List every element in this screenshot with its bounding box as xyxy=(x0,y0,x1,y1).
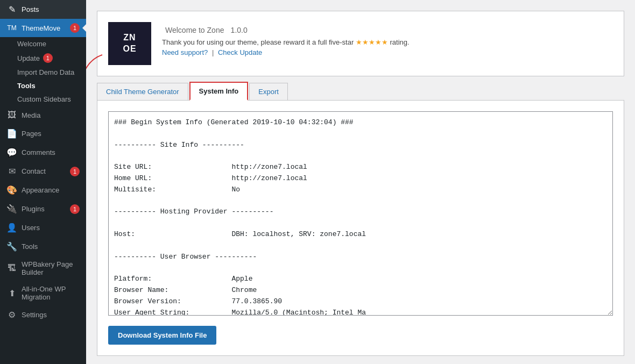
sidebar-item-allinone-label: All-in-One WP Migration xyxy=(22,285,80,301)
sidebar-item-media-label: Media xyxy=(22,111,40,119)
sidebar-item-plugins[interactable]: 🔌 Plugins 1 xyxy=(0,199,86,218)
sidebar-item-pages[interactable]: 📄 Pages xyxy=(0,124,86,143)
thememove-badge: 1 xyxy=(70,23,80,33)
sidebar-item-comments-label: Comments xyxy=(22,148,55,156)
sidebar: ✎ Posts TM ThemeMove 1 Welcome Update 1 … xyxy=(0,0,86,364)
sidebar-item-contact-label: Contact xyxy=(22,167,46,175)
sidebar-item-plugins-label: Plugins xyxy=(22,205,45,213)
update-badge: 1 xyxy=(43,53,53,63)
sidebar-item-posts-label: Posts xyxy=(22,5,39,13)
sidebar-item-wpbakery-label: WPBakery Page Builder xyxy=(22,260,80,276)
contact-icon: ✉ xyxy=(6,166,17,176)
system-info-textarea[interactable] xyxy=(108,111,613,316)
media-icon: 🖼 xyxy=(6,110,17,120)
sidebar-item-appearance[interactable]: 🎨 Appearance xyxy=(0,181,86,199)
plugins-icon: 🔌 xyxy=(6,204,17,214)
main-content: ZN OE Welcome to Zone 1.0.0 Thank you fo… xyxy=(86,0,635,364)
sidebar-item-comments[interactable]: 💬 Comments xyxy=(0,143,86,162)
sidebar-item-wpbakery[interactable]: 🏗 WPBakery Page Builder xyxy=(0,256,86,281)
tools-icon: 🔧 xyxy=(6,241,17,252)
wpbakery-icon: 🏗 xyxy=(6,263,17,273)
sidebar-item-appearance-label: Appearance xyxy=(22,186,59,194)
sidebar-item-allinone[interactable]: ⬆ All-in-One WP Migration xyxy=(0,281,86,305)
star-rating: ★★★★★ xyxy=(356,38,388,46)
sidebar-item-tools-label: Tools xyxy=(22,242,38,251)
sidebar-item-thememove[interactable]: TM ThemeMove 1 xyxy=(0,19,86,37)
settings-icon: ⚙ xyxy=(6,310,17,320)
contact-badge: 1 xyxy=(70,167,80,176)
version-label: 1.0.0 xyxy=(231,26,248,34)
theme-logo: ZN OE xyxy=(108,22,151,65)
logo-text: ZN OE xyxy=(123,32,136,55)
download-system-info-button[interactable]: Download System Info File xyxy=(108,326,216,345)
tab-system-info[interactable]: System Info xyxy=(189,82,249,101)
sidebar-item-tools[interactable]: 🔧 Tools xyxy=(0,237,86,256)
tab-child-theme[interactable]: Child Theme Generator xyxy=(97,83,188,100)
posts-icon: ✎ xyxy=(6,4,17,15)
active-arrow xyxy=(82,24,86,32)
thememove-icon: TM xyxy=(6,24,17,32)
sidebar-item-posts[interactable]: ✎ Posts xyxy=(0,0,86,19)
allinone-icon: ⬆ xyxy=(6,288,17,298)
sidebar-item-settings-label: Settings xyxy=(22,311,47,319)
link-separator: | xyxy=(212,48,214,56)
sidebar-item-update[interactable]: Update 1 xyxy=(0,51,86,66)
sidebar-item-thememove-label: ThemeMove xyxy=(22,24,60,32)
sidebar-item-welcome[interactable]: Welcome xyxy=(0,37,86,51)
welcome-links: Need support? | Check Update xyxy=(162,48,410,56)
appearance-icon: 🎨 xyxy=(6,185,17,195)
tab-export[interactable]: Export xyxy=(249,83,288,100)
check-update-link[interactable]: Check Update xyxy=(218,48,262,56)
pages-icon: 📄 xyxy=(6,129,17,139)
users-icon: 👤 xyxy=(6,223,17,233)
sidebar-item-pages-label: Pages xyxy=(22,130,41,138)
sidebar-item-custom-sidebars[interactable]: Custom Sidebars xyxy=(0,92,86,106)
page-title: Welcome to Zone 1.0.0 xyxy=(162,22,410,36)
plugins-badge: 1 xyxy=(70,204,80,214)
support-link[interactable]: Need support? xyxy=(162,48,208,56)
sidebar-item-tools-sub[interactable]: Tools xyxy=(0,79,86,92)
sidebar-item-users-label: Users xyxy=(22,224,40,232)
welcome-panel: ZN OE Welcome to Zone 1.0.0 Thank you fo… xyxy=(97,11,624,76)
comments-icon: 💬 xyxy=(6,147,17,158)
sidebar-item-users[interactable]: 👤 Users xyxy=(0,218,86,237)
sidebar-item-settings[interactable]: ⚙ Settings xyxy=(0,305,86,324)
sidebar-item-media[interactable]: 🖼 Media xyxy=(0,106,86,124)
welcome-text: Welcome to Zone 1.0.0 Thank you for usin… xyxy=(162,22,410,56)
sidebar-item-contact[interactable]: ✉ Contact 1 xyxy=(0,162,86,181)
welcome-description: Thank you for using our theme, please re… xyxy=(162,38,410,46)
sidebar-item-import-demo[interactable]: Import Demo Data xyxy=(0,66,86,79)
system-info-panel: Download System Info File xyxy=(97,100,624,356)
